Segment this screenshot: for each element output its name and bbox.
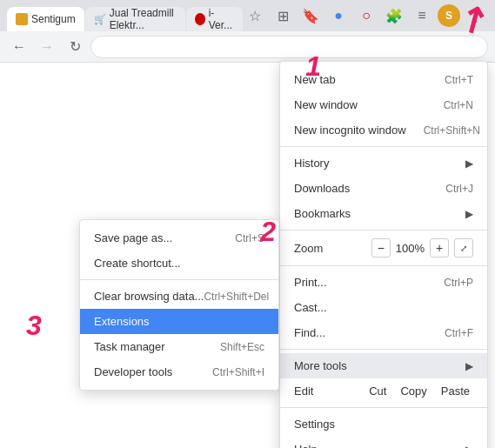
forward-icon[interactable]: → xyxy=(35,35,59,59)
menu-label-find: Find... xyxy=(294,326,325,339)
menu-label-incognito: New incognito window xyxy=(294,124,406,137)
copy-button[interactable]: Copy xyxy=(397,383,430,399)
tab-favicon-iver xyxy=(195,13,205,25)
menu-item-find[interactable]: Find... Ctrl+F xyxy=(280,320,487,345)
step-3-badge: 3 xyxy=(26,310,42,342)
menu-label-more-tools: More tools xyxy=(294,359,347,372)
submenu-item-clear-data[interactable]: Clear browsing data... Ctrl+Shift+Del xyxy=(80,284,278,309)
menu-label-settings: Settings xyxy=(294,418,335,431)
divider-4 xyxy=(280,349,487,350)
submenu-shortcut-clear-data: Ctrl+Shift+Del xyxy=(204,291,269,303)
step-1-badge: 1 xyxy=(305,50,321,83)
zoom-row: Zoom − 100% + ⤢ xyxy=(280,234,487,262)
submenu-item-extensions[interactable]: Extensions xyxy=(80,309,278,334)
submenu-item-task-manager[interactable]: Task manager Shift+Esc xyxy=(80,334,278,359)
tab-iver[interactable]: i-Ver... xyxy=(186,7,243,31)
tab-treadmill[interactable]: 🛒 Jual Treadmill Elektr... xyxy=(85,7,185,31)
submenu-shortcut-dev-tools: Ctrl+Shift+I xyxy=(212,366,264,378)
divider-5 xyxy=(280,407,487,408)
grid-icon[interactable]: ⊞ xyxy=(271,3,295,28)
menu-shortcut-downloads: Ctrl+J xyxy=(445,183,473,195)
help-arrow-icon: ▶ xyxy=(465,444,473,449)
reload-icon[interactable]: ↻ xyxy=(63,35,87,59)
divider-2 xyxy=(280,230,487,231)
zoom-label: Zoom xyxy=(294,242,371,255)
menu-shortcut-incognito: Ctrl+Shift+N xyxy=(424,124,480,137)
menu-shortcut-print: Ctrl+P xyxy=(444,277,473,289)
tab-favicon-sentigum xyxy=(16,13,28,25)
zoom-fullscreen-button[interactable]: ⤢ xyxy=(454,238,473,257)
history-arrow-icon: ▶ xyxy=(465,157,473,170)
menu-label-bookmarks: Bookmarks xyxy=(294,207,351,220)
back-icon[interactable]: ← xyxy=(7,35,31,59)
zoom-value: 100% xyxy=(396,242,425,255)
address-bar[interactable] xyxy=(90,36,488,58)
menu-shortcut-new-tab: Ctrl+T xyxy=(445,74,473,86)
browser-toolbar: ← → ↻ xyxy=(0,31,495,63)
zoom-plus-button[interactable]: + xyxy=(430,238,449,257)
zoom-minus-button[interactable]: − xyxy=(371,238,391,257)
submenu-item-save-page[interactable]: Save page as... Ctrl+S xyxy=(80,225,278,251)
menu-label-new-window: New window xyxy=(294,98,358,111)
menu-label-history: History xyxy=(294,157,329,170)
divider-1 xyxy=(280,146,487,147)
bookmark-icon[interactable]: 🔖 xyxy=(298,3,323,28)
tab-sentigum[interactable]: Sentigum xyxy=(7,7,84,31)
puzzle-icon[interactable]: 🧩 xyxy=(382,3,406,28)
submenu-label-dev-tools: Developer tools xyxy=(94,365,172,378)
menu-item-incognito[interactable]: New incognito window Ctrl+Shift+N xyxy=(280,117,487,143)
step-2-badge: 2 xyxy=(260,216,276,248)
divider-3 xyxy=(280,265,487,266)
submenu-label-extensions: Extensions xyxy=(94,315,150,328)
menu-item-bookmarks[interactable]: Bookmarks ▶ xyxy=(280,201,487,226)
submenu-divider-1 xyxy=(80,279,278,280)
menu-label-cast: Cast... xyxy=(294,301,327,314)
chrome-icon[interactable]: ● xyxy=(326,3,351,28)
submenu-label-clear-data: Clear browsing data... xyxy=(94,290,204,303)
menu-item-help[interactable]: Help ▶ xyxy=(280,437,487,448)
menu-label-print: Print... xyxy=(294,276,327,289)
menu-item-more-tools[interactable]: More tools ▶ xyxy=(280,353,487,378)
menu-label-downloads: Downloads xyxy=(294,182,350,195)
menu-item-new-window[interactable]: New window Ctrl+N xyxy=(280,92,487,117)
edit-label: Edit xyxy=(294,384,365,398)
tab-favicon-treadmill: 🛒 xyxy=(94,14,106,25)
submenu-label-save-page: Save page as... xyxy=(94,231,172,244)
menu-item-cast[interactable]: Cast... xyxy=(280,295,487,320)
menu-shortcut-new-window: Ctrl+N xyxy=(444,99,473,111)
menu-item-history[interactable]: History ▶ xyxy=(280,150,487,176)
more-tools-arrow-icon: ▶ xyxy=(465,360,473,372)
cut-button[interactable]: Cut xyxy=(365,383,390,399)
main-dropdown-menu: New tab Ctrl+T New window Ctrl+N New inc… xyxy=(279,61,488,448)
tab-label-treadmill: Jual Treadmill Elektr... xyxy=(110,7,177,31)
submenu-item-dev-tools[interactable]: Developer tools Ctrl+Shift+I xyxy=(80,359,278,384)
bookmarks-arrow-icon: ▶ xyxy=(465,208,473,220)
tab-bar: Sentigum 🛒 Jual Treadmill Elektr... i-Ve… xyxy=(0,0,495,31)
menu-shortcut-find: Ctrl+F xyxy=(445,327,473,339)
star-icon[interactable]: ☆ xyxy=(243,3,267,28)
more-tools-submenu: Save page as... Ctrl+S Create shortcut..… xyxy=(79,219,279,391)
tab-label-iver: i-Ver... xyxy=(209,7,234,31)
submenu-label-create-shortcut: Create shortcut... xyxy=(94,257,181,270)
menu-item-downloads[interactable]: Downloads Ctrl+J xyxy=(280,176,487,201)
submenu-shortcut-task-manager: Shift+Esc xyxy=(220,341,264,353)
paste-button[interactable]: Paste xyxy=(438,383,473,399)
menu-label-help: Help xyxy=(294,443,318,448)
edit-row: Edit Cut Copy Paste xyxy=(280,378,487,404)
menu-item-print[interactable]: Print... Ctrl+P xyxy=(280,270,487,295)
opera-icon[interactable]: ○ xyxy=(354,3,378,28)
list-icon[interactable]: ≡ xyxy=(410,3,434,28)
tab-label-sentigum: Sentigum xyxy=(31,13,76,25)
submenu-item-create-shortcut[interactable]: Create shortcut... xyxy=(80,251,278,276)
submenu-label-task-manager: Task manager xyxy=(94,340,165,353)
menu-item-settings[interactable]: Settings xyxy=(280,411,487,437)
